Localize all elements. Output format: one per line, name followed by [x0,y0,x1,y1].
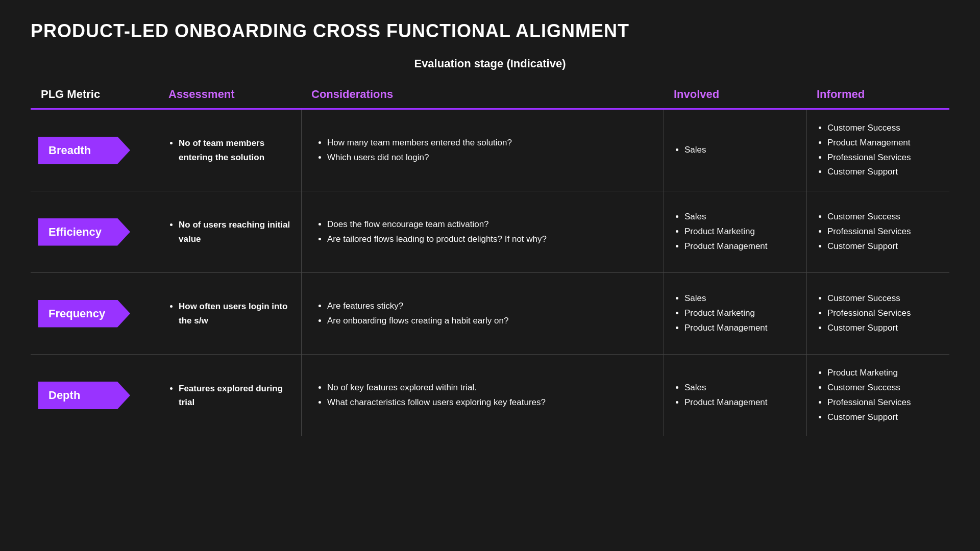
metric-badge: Frequency [38,300,130,328]
consideration-item: Which users did not login? [327,151,512,165]
metric-cell: Breadth [31,110,158,191]
involved-cell: SalesProduct Management [664,355,806,436]
informed-cell: Customer SuccessProduct ManagementProfes… [806,110,949,191]
table-header: PLG Metric Assessment Considerations Inv… [31,81,949,110]
considerations-cell: Does the flow encourage team activation?… [301,191,664,272]
header-informed: Informed [806,81,949,108]
subtitle: Evaluation stage (Indicative) [31,57,949,70]
considerations-cell: Are features sticky?Are onboarding flows… [301,273,664,354]
informed-cell: Customer SuccessProfessional ServicesCus… [806,191,949,272]
main-title: PRODUCT-LED ONBOARDING CROSS FUNCTIONAL … [31,20,949,42]
informed-item: Product Marketing [827,366,911,381]
assessment-item: How often users login into the s/w [179,299,291,327]
assessment-cell: Features explored during trial [158,355,301,436]
informed-item: Professional Services [827,224,911,239]
involved-item: Product Management [684,239,768,254]
consideration-item: How many team members entered the soluti… [327,136,512,151]
involved-item: Sales [684,143,706,158]
involved-item: Product Marketing [684,224,768,239]
consideration-item: Are tailored flows leading to product de… [327,232,547,247]
informed-item: Professional Services [827,151,911,165]
page-wrapper: PRODUCT-LED ONBOARDING CROSS FUNCTIONAL … [0,0,980,457]
table-row: EfficiencyNo of users reaching initial v… [31,191,949,273]
informed-item: Customer Support [827,165,911,180]
metric-badge: Depth [38,382,130,409]
assessment-item: No of team members entering the solution [179,136,291,164]
assessment-item: Features explored during trial [179,382,291,409]
header-plg-metric: PLG Metric [31,81,158,108]
metric-badge: Breadth [38,137,130,164]
header-involved: Involved [664,81,806,108]
table: PLG Metric Assessment Considerations Inv… [31,81,949,436]
consideration-item: Does the flow encourage team activation? [327,217,547,232]
informed-item: Customer Support [827,410,911,425]
assessment-cell: No of users reaching initial value [158,191,301,272]
informed-cell: Product MarketingCustomer SuccessProfess… [806,355,949,436]
informed-item: Customer Success [827,291,911,306]
consideration-item: No of key features explored within trial… [327,381,546,395]
informed-cell: Customer SuccessProfessional ServicesCus… [806,273,949,354]
metric-cell: Frequency [31,273,158,354]
involved-item: Sales [684,291,768,306]
header-assessment: Assessment [158,81,301,108]
metric-cell: Efficiency [31,191,158,272]
table-row: DepthFeatures explored during trialNo of… [31,355,949,436]
involved-item: Product Management [684,321,768,336]
assessment-cell: No of team members entering the solution [158,110,301,191]
involved-cell: SalesProduct MarketingProduct Management [664,273,806,354]
involved-cell: SalesProduct MarketingProduct Management [664,191,806,272]
table-row: BreadthNo of team members entering the s… [31,110,949,191]
involved-item: Product Management [684,395,768,410]
header-considerations: Considerations [301,81,664,108]
involved-item: Sales [684,381,768,395]
involved-cell: Sales [664,110,806,191]
involved-item: Sales [684,210,768,224]
consideration-item: Are onboarding flows creating a habit ea… [327,314,508,329]
involved-item: Product Marketing [684,306,768,321]
consideration-item: Are features sticky? [327,299,508,314]
informed-item: Product Management [827,136,911,151]
informed-item: Customer Success [827,381,911,395]
rows-container: BreadthNo of team members entering the s… [31,110,949,436]
metric-cell: Depth [31,355,158,436]
consideration-item: What characteristics follow users explor… [327,395,546,410]
considerations-cell: No of key features explored within trial… [301,355,664,436]
assessment-cell: How often users login into the s/w [158,273,301,354]
considerations-cell: How many team members entered the soluti… [301,110,664,191]
informed-item: Customer Support [827,321,911,336]
informed-item: Customer Success [827,121,911,136]
informed-item: Customer Support [827,239,911,254]
informed-item: Professional Services [827,395,911,410]
table-row: FrequencyHow often users login into the … [31,273,949,355]
assessment-item: No of users reaching initial value [179,218,291,245]
metric-badge: Efficiency [38,218,130,246]
informed-item: Professional Services [827,306,911,321]
informed-item: Customer Success [827,210,911,224]
